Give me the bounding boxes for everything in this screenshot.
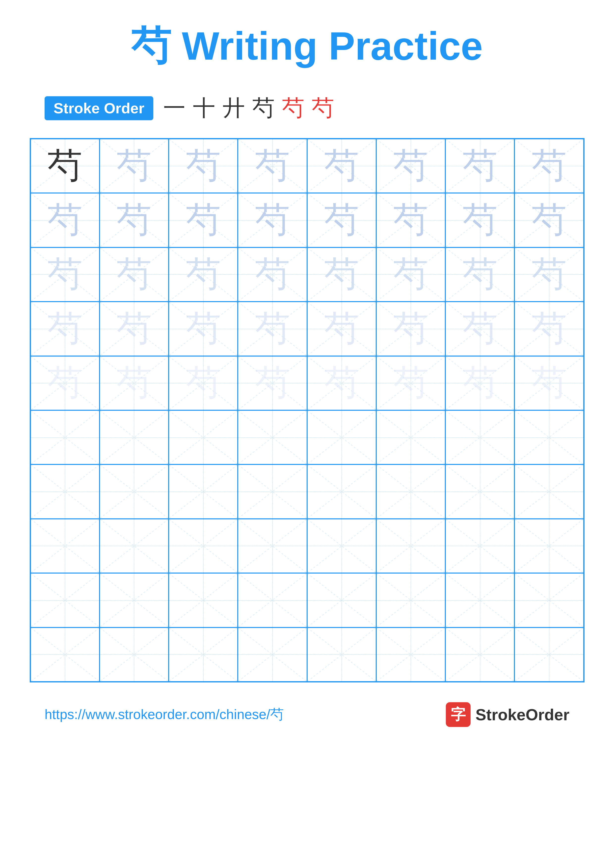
practice-char: 芍	[324, 360, 359, 406]
grid-cell: 芍	[445, 248, 515, 302]
footer-logo: 字 StrokeOrder	[446, 702, 569, 727]
svg-line-122	[377, 519, 445, 573]
grid-cell: 芍	[376, 248, 445, 302]
svg-line-154	[377, 628, 445, 681]
svg-line-93	[446, 411, 514, 464]
svg-line-137	[308, 574, 376, 627]
grid-cell: 芍	[238, 193, 307, 247]
stroke-sequence: 一 十 廾 芍 芍 芍	[163, 93, 334, 123]
practice-char: 芍	[255, 305, 290, 352]
svg-line-134	[238, 574, 306, 627]
svg-line-101	[169, 465, 237, 518]
grid-cell: 芍	[445, 193, 515, 247]
practice-char: 芍	[117, 305, 151, 352]
svg-line-88	[308, 411, 376, 464]
grid-cell	[445, 628, 515, 682]
grid-cell: 芍	[376, 139, 445, 193]
grid-cell	[515, 628, 583, 682]
grid-cell	[169, 519, 238, 573]
practice-char: 芍	[393, 360, 428, 406]
grid-cell	[515, 573, 583, 627]
svg-line-103	[238, 465, 306, 518]
grid-cell: 芍	[515, 139, 583, 193]
stroke-seq-4: 芍	[252, 93, 275, 123]
svg-line-108	[446, 465, 514, 518]
grid-cell: 芍	[376, 302, 445, 356]
practice-char: 芍	[324, 251, 359, 298]
svg-line-147	[100, 628, 168, 681]
practice-char: 芍	[393, 143, 428, 189]
grid-cell: 芍	[31, 356, 99, 410]
svg-line-158	[515, 628, 583, 681]
grid-cell: 芍	[238, 356, 307, 410]
grid-cell: 芍	[376, 356, 445, 410]
grid-cell	[445, 573, 515, 627]
svg-line-105	[308, 465, 376, 518]
svg-line-114	[100, 519, 168, 573]
practice-char: 芍	[186, 143, 221, 189]
grid-cell	[31, 410, 99, 465]
practice-char: 芍	[532, 197, 566, 244]
svg-line-148	[169, 628, 237, 681]
svg-line-159	[515, 628, 583, 681]
svg-line-123	[377, 519, 445, 573]
grid-cell	[238, 519, 307, 573]
svg-line-144	[31, 628, 99, 681]
practice-char: 芍	[186, 360, 221, 406]
grid-cell	[31, 465, 99, 519]
svg-line-116	[169, 519, 237, 573]
svg-line-100	[169, 465, 237, 518]
practice-char: 芍	[186, 305, 221, 352]
svg-line-115	[100, 519, 168, 573]
grid-cell	[238, 410, 307, 465]
practice-char: 芍	[48, 143, 82, 189]
footer: https://www.strokeorder.com/chinese/芍 字 …	[30, 702, 584, 727]
grid-cell: 芍	[307, 356, 376, 410]
practice-char: 芍	[117, 197, 151, 244]
svg-line-102	[238, 465, 306, 518]
svg-line-132	[169, 574, 237, 627]
grid-cell	[515, 519, 583, 573]
svg-line-92	[446, 411, 514, 464]
grid-cell	[445, 519, 515, 573]
practice-char: 芍	[186, 197, 221, 244]
svg-line-83	[100, 411, 168, 464]
grid-cell	[307, 465, 376, 519]
grid-cell: 芍	[31, 302, 99, 356]
grid-cell: 芍	[238, 139, 307, 193]
grid-cell: 芍	[99, 139, 169, 193]
grid-cell	[31, 628, 99, 682]
grid-cell: 芍	[238, 248, 307, 302]
practice-char: 芍	[255, 143, 290, 189]
grid-cell	[515, 410, 583, 465]
svg-line-91	[377, 411, 445, 464]
svg-line-112	[31, 519, 99, 573]
grid-cell: 芍	[99, 248, 169, 302]
practice-char: 芍	[532, 251, 566, 298]
grid-cell: 芍	[445, 139, 515, 193]
svg-line-145	[31, 628, 99, 681]
svg-line-113	[31, 519, 99, 573]
practice-char: 芍	[393, 305, 428, 352]
svg-line-152	[308, 628, 376, 681]
stroke-seq-6: 芍	[312, 93, 334, 123]
svg-line-153	[308, 628, 376, 681]
svg-line-80	[31, 411, 99, 464]
svg-line-133	[169, 574, 237, 627]
svg-line-125	[446, 519, 514, 573]
svg-line-118	[238, 519, 306, 573]
svg-line-142	[515, 574, 583, 627]
grid-cell: 芍	[169, 193, 238, 247]
grid-cell: 芍	[31, 139, 99, 193]
svg-line-129	[31, 574, 99, 627]
practice-char: 芍	[463, 143, 497, 189]
practice-char: 芍	[117, 251, 151, 298]
grid-cell: 芍	[515, 248, 583, 302]
svg-line-127	[515, 519, 583, 573]
practice-char: 芍	[117, 360, 151, 406]
svg-line-109	[446, 465, 514, 518]
grid-cell: 芍	[31, 193, 99, 247]
practice-char: 芍	[48, 197, 82, 244]
grid-cell: 芍	[307, 193, 376, 247]
practice-char: 芍	[48, 251, 82, 298]
